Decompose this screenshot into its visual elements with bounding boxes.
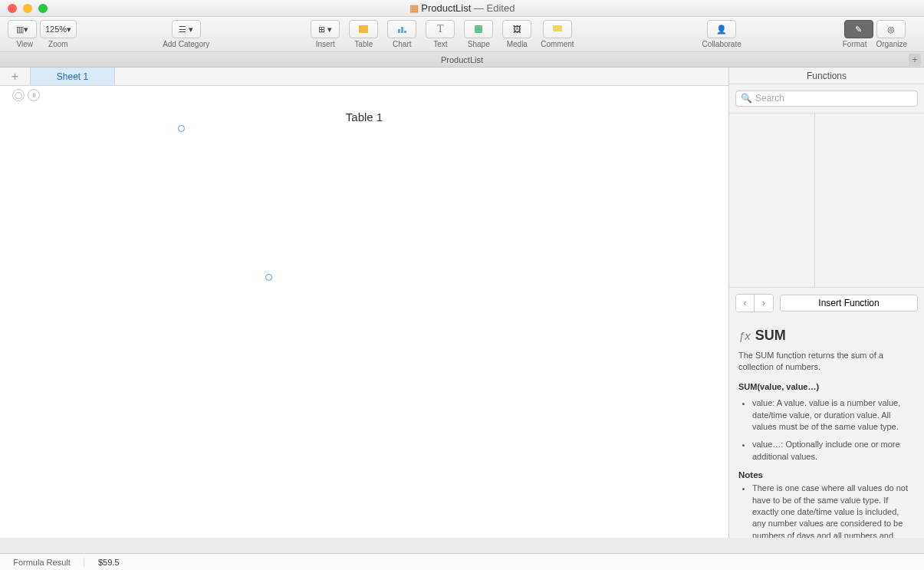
table-button[interactable] xyxy=(349,20,378,38)
plus-box-icon: ⊞ ▾ xyxy=(318,25,332,35)
organize-button[interactable]: ◎ xyxy=(876,20,906,38)
text-icon: T xyxy=(437,23,444,35)
close-window-button[interactable] xyxy=(8,4,17,13)
chart-icon xyxy=(396,23,408,35)
function-back-button[interactable]: ‹ xyxy=(736,295,755,311)
add-category-label: Add Category xyxy=(163,40,209,48)
statusbar: Formula Result $59.5 xyxy=(0,553,924,570)
text-button[interactable]: T xyxy=(426,20,455,38)
comment-label: Comment xyxy=(541,40,574,48)
chart-button[interactable] xyxy=(387,20,416,38)
function-search-input[interactable]: 🔍 Search xyxy=(735,91,918,106)
collaborate-button[interactable]: 👤 xyxy=(707,20,736,38)
sheet-tab[interactable]: Sheet 1 xyxy=(31,68,115,85)
zoom-dropdown[interactable]: 125% ▾ xyxy=(40,20,77,38)
shape-label: Shape xyxy=(468,40,490,48)
format-label: Format xyxy=(843,40,867,48)
function-category-list[interactable] xyxy=(729,114,815,287)
person-icon: 👤 xyxy=(716,25,727,35)
media-label: Media xyxy=(507,40,528,48)
media-button[interactable]: 🖼 xyxy=(502,20,531,38)
insert-label: Insert xyxy=(316,40,335,48)
shape-button[interactable] xyxy=(464,20,493,38)
svg-rect-0 xyxy=(359,25,368,33)
shape-icon xyxy=(472,23,485,35)
list-icon: ☰ ▾ xyxy=(179,25,193,35)
view-label: View xyxy=(17,40,34,48)
view-button[interactable]: ▥▾ xyxy=(8,20,37,38)
text-label: Text xyxy=(433,40,447,48)
svg-rect-3 xyxy=(404,31,406,33)
sidebar-icon: ▥▾ xyxy=(16,25,28,35)
brush-icon: ✎ xyxy=(855,25,862,35)
add-sheet-subheader-button[interactable]: + xyxy=(909,54,921,66)
insert-function-button[interactable]: Insert Function xyxy=(780,295,918,311)
search-icon: 🔍 xyxy=(741,93,752,104)
comment-button[interactable] xyxy=(543,20,572,38)
selection-handle-bottom[interactable] xyxy=(265,274,272,281)
svg-rect-1 xyxy=(398,29,400,33)
insert-button[interactable]: ⊞ ▾ xyxy=(311,20,340,38)
svg-rect-2 xyxy=(401,27,403,33)
table-title[interactable]: Table 1 xyxy=(0,110,728,124)
add-category-button[interactable]: ☰ ▾ xyxy=(172,20,201,38)
table-icon xyxy=(357,23,370,35)
window-title: ▦ ProductList — Edited xyxy=(409,2,515,14)
formula-result-value: $59.5 xyxy=(84,558,120,567)
comment-icon xyxy=(551,23,564,35)
select-all-handle[interactable]: ◯ xyxy=(12,89,25,101)
format-button[interactable]: ✎ xyxy=(844,20,873,38)
collaborate-label: Collaborate xyxy=(702,40,742,48)
document-subheader: ProductList + xyxy=(0,52,924,68)
formula-result-label: Formula Result xyxy=(0,558,84,567)
zoom-label: Zoom xyxy=(48,40,68,48)
sheet-tabs: + Sheet 1 xyxy=(0,68,728,86)
svg-rect-4 xyxy=(475,25,482,33)
column-settings-handle[interactable]: ⏸ xyxy=(28,89,40,101)
toolbar: ▥▾ 125% ▾ View Zoom ☰ ▾ Add Category ⊞ ▾… xyxy=(0,17,924,52)
chart-label: Chart xyxy=(393,40,411,48)
function-detail: ƒxSUM The SUM function returns the sum o… xyxy=(729,318,924,538)
selection-handle-top[interactable] xyxy=(178,125,185,132)
function-forward-button[interactable]: › xyxy=(755,295,773,311)
zoom-window-button[interactable] xyxy=(38,4,48,13)
titlebar: ▦ ProductList — Edited xyxy=(0,0,924,17)
function-list[interactable] xyxy=(815,114,924,287)
organize-label: Organize xyxy=(876,40,907,48)
image-icon: 🖼 xyxy=(513,25,521,34)
inspector-title: Functions xyxy=(729,68,924,84)
svg-rect-5 xyxy=(553,25,562,31)
minimize-window-button[interactable] xyxy=(23,4,32,13)
organize-icon: ◎ xyxy=(887,25,895,35)
table-label: Table xyxy=(354,40,373,48)
inspector-panel: Functions 🔍 Search ‹ › Insert Function ƒ… xyxy=(728,68,924,538)
add-sheet-button[interactable]: + xyxy=(0,68,31,85)
